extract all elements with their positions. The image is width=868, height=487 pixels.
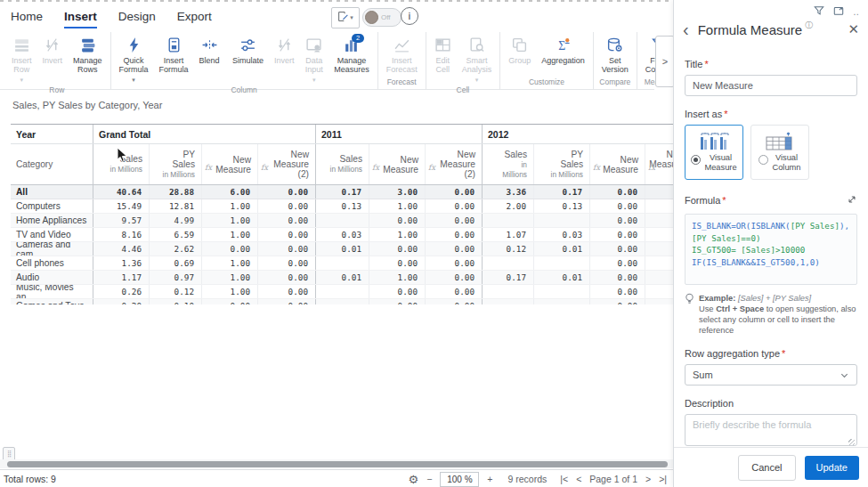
data-cell[interactable]: 0.00 [202,242,258,256]
data-cell[interactable]: 0.03 [534,228,590,241]
row-header-computers[interactable]: Computers [11,199,93,213]
data-cell[interactable] [483,299,534,304]
data-cell[interactable]: 0.00 [426,271,483,284]
data-cell[interactable]: 0.00 [590,185,645,199]
row-header-cameras-and-cam-[interactable]: Cameras and cam... [11,242,93,256]
menu-tab-export[interactable]: Export [166,5,223,29]
data-cell[interactable]: 3.36 [483,185,534,199]
data-cell[interactable] [645,214,674,227]
prev-page-button[interactable]: < [576,474,581,484]
data-cell[interactable] [534,285,590,298]
data-cell[interactable]: 0.00 [369,242,426,256]
data-cell[interactable]: 0.00 [258,271,316,284]
data-cell[interactable] [316,299,369,304]
data-cell[interactable]: 9.57 [93,214,150,227]
toolbar-button-aggregation[interactable]: ΣAggregation [536,32,590,65]
data-cell[interactable]: 1.00 [369,199,426,213]
back-icon[interactable]: ‹ [683,20,689,38]
data-cell[interactable]: 2.00 [483,199,534,213]
data-cell[interactable] [645,185,674,199]
row-header-all[interactable]: All [11,185,93,199]
data-cell[interactable] [483,285,534,298]
year-group-2011[interactable]: 2011 [316,125,483,143]
next-page-button[interactable]: > [645,474,651,484]
edit-mode-toggle[interactable]: Off [362,8,402,27]
data-cell[interactable]: 1.00 [202,214,258,227]
scrollbar-thumb[interactable] [7,461,668,467]
data-cell[interactable]: 0.00 [258,185,316,199]
data-cell[interactable]: 1.36 [93,256,150,270]
data-cell[interactable]: 0.00 [426,299,483,304]
data-cell[interactable]: 0.00 [369,285,426,298]
data-cell[interactable]: 0.00 [426,185,483,199]
data-cell[interactable] [316,256,369,270]
radio-button[interactable] [758,155,768,165]
data-cell[interactable]: 0.12 [150,285,202,298]
data-cell[interactable]: 0.03 [316,228,369,241]
data-cell[interactable]: 1.00 [369,228,426,241]
data-cell[interactable]: 15.49 [93,199,150,213]
row-header-cell-phones[interactable]: Cell phones [11,256,93,270]
data-cell[interactable] [645,271,674,284]
data-cell[interactable]: 0.00 [369,299,426,304]
row-header-home-appliances[interactable]: Home Appliances [11,214,93,227]
data-cell[interactable]: 0.69 [150,256,202,270]
data-cell[interactable]: 0.00 [590,285,645,298]
more-dots-icon[interactable]: ‥ [853,7,859,17]
data-cell[interactable]: 0.12 [483,242,534,256]
data-cell[interactable]: 1.07 [483,228,534,241]
toolbar-button-simulate[interactable]: Simulate [227,32,269,65]
data-cell[interactable] [534,256,590,270]
data-cell[interactable]: 0.00 [426,256,483,270]
horizontal-scrollbar[interactable] [0,459,674,468]
data-cell[interactable]: 0.00 [258,285,316,298]
title-input[interactable] [685,75,857,96]
column-header-new-measure[interactable]: fxNew Measure [590,144,645,184]
toolbar-button-manage-rows[interactable]: Manage Rows [68,32,108,74]
data-cell[interactable]: 0.00 [426,228,483,241]
last-page-button[interactable]: >| [659,474,667,484]
data-cell[interactable]: 0.00 [258,199,316,213]
data-cell[interactable]: 0.17 [534,185,590,199]
data-cell[interactable]: 0.01 [316,271,369,284]
data-cell[interactable]: 1.00 [369,271,426,284]
menu-tab-design[interactable]: Design [108,5,166,29]
toolbar-button-quick-formula[interactable]: Quick Formula ▾ [114,32,154,85]
year-group-2012[interactable]: 2012 [483,125,674,143]
data-cell[interactable]: 0.00 [590,199,645,213]
toolbar-button-insert-formula[interactable]: Insert Formula [154,32,194,74]
data-cell[interactable]: 0.00 [258,228,316,241]
formula-editor[interactable]: IS_BLANK=OR(ISBLANK([PY Sales]), [PY Sal… [685,214,857,285]
data-cell[interactable]: 1.00 [202,271,258,284]
column-header-new-measure[interactable]: fxNew Measure [202,144,258,184]
zoom-in-button[interactable]: + [487,474,492,484]
data-cell[interactable]: 0.97 [150,271,202,284]
data-cell[interactable] [316,285,369,298]
data-cell[interactable] [645,285,674,298]
edit-mode-button[interactable]: ▾ [331,7,360,28]
data-cell[interactable]: 0.00 [590,256,645,270]
toolbar-button-set-version[interactable]: Set Version [596,32,634,74]
data-cell[interactable]: 0.00 [590,228,645,241]
row-header-audio[interactable]: Audio [11,271,93,284]
description-textarea[interactable] [685,414,857,446]
column-header-new-measure-2-[interactable]: fxNew Measure (2) [258,144,316,184]
data-cell[interactable]: 0.10 [150,299,202,304]
info-icon[interactable]: i [401,7,418,25]
category-corner-cell[interactable]: Category [11,144,93,184]
toolbar-button-manage-measures[interactable]: 2Manage Measures [329,32,375,74]
zoom-level-input[interactable]: 100 % [440,472,479,487]
data-cell[interactable]: 0.00 [426,285,483,298]
column-header-py-sales[interactable]: PY Salesin Millions [150,144,202,184]
data-cell[interactable] [645,256,674,270]
data-cell[interactable]: 0.00 [369,214,426,227]
update-button[interactable]: Update [805,456,859,480]
year-corner-cell[interactable]: Year [11,125,93,143]
first-page-button[interactable]: |< [560,474,568,484]
data-cell[interactable] [645,299,674,304]
data-cell[interactable]: 0.26 [93,285,150,298]
cancel-button[interactable]: Cancel [738,455,795,481]
data-cell[interactable]: 0.00 [202,299,258,304]
formula-expand-icon[interactable] [847,192,857,208]
column-header-new-measure[interactable]: fxNew Measure [369,144,426,184]
